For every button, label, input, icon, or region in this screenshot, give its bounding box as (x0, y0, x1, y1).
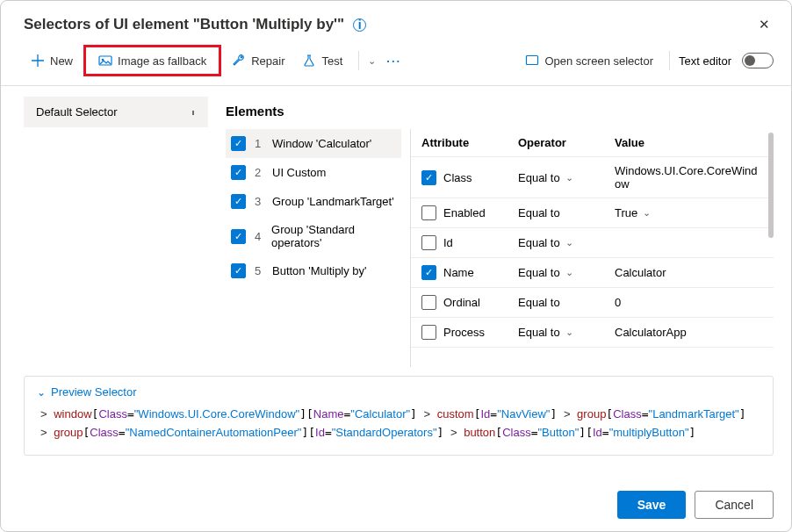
preview-label: Preview Selector (51, 385, 137, 399)
chevron-down-icon: ⌄ (37, 386, 46, 399)
attr-name: Name (443, 266, 474, 279)
cancel-button[interactable]: Cancel (695, 491, 774, 519)
separator (358, 51, 359, 70)
element-index: 4 (255, 230, 263, 243)
image-icon (98, 54, 112, 68)
attribute-row: Id Equal to⌄ (411, 228, 774, 258)
scrollbar[interactable] (768, 133, 774, 238)
element-index: 3 (255, 195, 263, 208)
attr-value[interactable]: 0 (615, 296, 621, 309)
more-vertical-icon[interactable]: ··· (187, 110, 200, 114)
preview-toggle[interactable]: ⌄ Preview Selector (37, 385, 760, 399)
more-icon[interactable]: ··· (379, 50, 408, 72)
chevron-down-icon[interactable]: ⌄ (565, 237, 573, 248)
info-icon[interactable]: i (353, 18, 366, 32)
attr-value[interactable]: Windows.UI.Core.CoreWindow (615, 164, 763, 191)
repair-label: Repair (251, 54, 284, 68)
checkbox[interactable]: ✓ (421, 265, 436, 280)
attribute-row: Process Equal to⌄ CalculatorApp (411, 318, 774, 348)
attribute-panel: Attribute Operator Value ✓Class Equal to… (410, 129, 774, 367)
text-editor-toggle[interactable] (742, 53, 774, 68)
chevron-down-icon[interactable]: ⌄ (565, 267, 573, 278)
element-item[interactable]: ✓ 4 Group 'Standard operators' (226, 216, 401, 256)
open-screen-selector-button[interactable]: Open screen selector (518, 49, 660, 72)
sidebar: Default Selector ··· (24, 97, 208, 367)
col-attribute: Attribute (421, 136, 518, 149)
checkbox[interactable]: ✓ (231, 165, 246, 180)
new-button[interactable]: New (24, 49, 80, 72)
attr-value[interactable]: CalculatorApp (615, 326, 687, 339)
attribute-row: Ordinal Equal to 0 (411, 288, 774, 318)
checkbox[interactable]: ✓ (231, 263, 246, 278)
new-label: New (50, 54, 73, 68)
save-button[interactable]: Save (617, 491, 687, 519)
attr-name: Process (443, 326, 485, 339)
operator-select[interactable]: Equal to (518, 206, 560, 219)
svg-rect-2 (527, 56, 538, 65)
element-index: 2 (255, 166, 263, 179)
element-item[interactable]: ✓ 3 Group 'LandmarkTarget' (226, 187, 401, 216)
open-screen-label: Open screen selector (544, 54, 653, 68)
default-selector-label: Default Selector (36, 105, 118, 119)
col-operator: Operator (518, 136, 615, 149)
checkbox[interactable]: ✓ (231, 136, 246, 151)
default-selector-tab[interactable]: Default Selector ··· (24, 97, 208, 127)
checkbox[interactable]: ✓ (421, 170, 436, 185)
element-label: UI Custom (272, 166, 326, 179)
element-label: Button 'Multiply by' (272, 264, 367, 277)
checkbox[interactable]: ✓ (231, 229, 246, 244)
checkbox[interactable] (421, 205, 436, 220)
attr-value[interactable]: Calculator (615, 266, 666, 279)
element-item[interactable]: ✓ 2 UI Custom (226, 158, 401, 187)
checkbox[interactable] (421, 235, 436, 250)
wrench-icon (232, 54, 246, 68)
operator-select[interactable]: Equal to (518, 266, 560, 279)
elements-list: ✓ 1 Window 'Calculator'✓ 2 UI Custom✓ 3 … (226, 129, 401, 367)
chevron-down-icon[interactable]: ⌄ (643, 207, 651, 219)
checkbox[interactable] (421, 295, 436, 310)
chevron-down-icon[interactable]: ⌄ (368, 55, 376, 67)
element-label: Group 'Standard operators' (271, 223, 396, 249)
text-editor-label: Text editor (679, 54, 731, 68)
element-label: Window 'Calculator' (272, 137, 371, 150)
chevron-down-icon[interactable]: ⌄ (565, 327, 573, 338)
close-icon[interactable]: ✕ (755, 13, 774, 36)
screen-icon (525, 54, 539, 68)
attr-name: Enabled (443, 206, 486, 219)
page-title: Selectors of UI element "Button 'Multipl… (24, 16, 344, 33)
test-button[interactable]: Test (295, 49, 349, 72)
element-index: 5 (255, 264, 263, 277)
flask-icon (302, 54, 316, 68)
image-fallback-highlight: Image as fallback (83, 45, 221, 76)
element-item[interactable]: ✓ 1 Window 'Calculator' (226, 129, 401, 158)
plus-icon (31, 54, 45, 68)
attr-name: Id (443, 236, 453, 249)
test-label: Test (321, 54, 342, 68)
element-index: 1 (255, 137, 263, 150)
operator-select[interactable]: Equal to (518, 236, 560, 249)
attr-name: Ordinal (443, 296, 480, 309)
attribute-row: ✓Name Equal to⌄ Calculator (411, 258, 774, 288)
checkbox[interactable] (421, 325, 436, 340)
element-label: Group 'LandmarkTarget' (272, 195, 394, 208)
toolbar: New Image as fallback Repair Test ⌄ ··· … (1, 40, 791, 86)
attribute-row: ✓Class Equal to⌄ Windows.UI.Core.CoreWin… (411, 157, 774, 198)
chevron-down-icon[interactable]: ⌄ (565, 172, 573, 183)
element-item[interactable]: ✓ 5 Button 'Multiply by' (226, 256, 401, 285)
operator-select[interactable]: Equal to (518, 326, 560, 339)
repair-button[interactable]: Repair (225, 49, 292, 72)
checkbox[interactable]: ✓ (231, 194, 246, 209)
col-value: Value (615, 136, 763, 149)
attr-value[interactable]: True (615, 206, 637, 219)
selector-preview-text: > window[Class="Windows.UI.Core.CoreWind… (37, 406, 760, 442)
operator-select[interactable]: Equal to (518, 171, 560, 184)
image-fallback-label: Image as fallback (118, 54, 206, 68)
attribute-row: Enabled Equal to True⌄ (411, 198, 774, 228)
preview-selector-panel: ⌄ Preview Selector > window[Class="Windo… (24, 376, 774, 456)
separator (669, 51, 670, 70)
image-fallback-button[interactable]: Image as fallback (91, 49, 213, 72)
attr-name: Class (443, 171, 472, 184)
operator-select[interactable]: Equal to (518, 296, 560, 309)
elements-title: Elements (226, 97, 774, 129)
